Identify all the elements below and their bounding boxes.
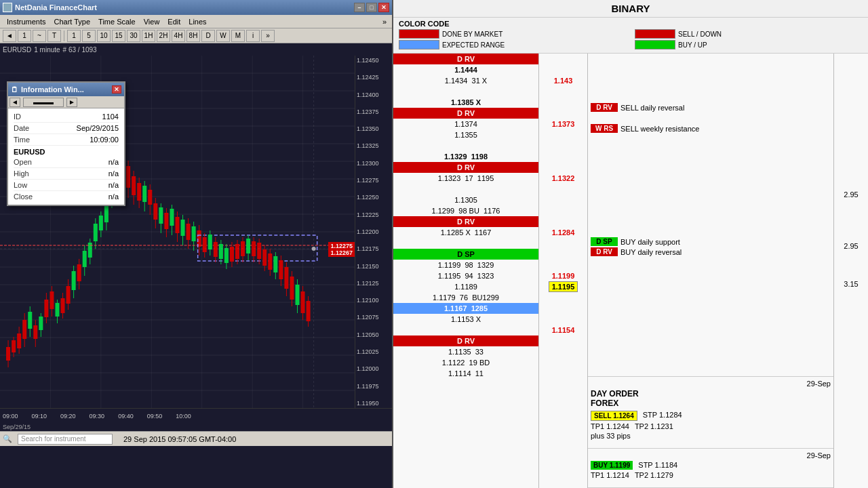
- price-right-1322: 1.1322: [549, 173, 578, 184]
- toolbar-15-btn[interactable]: 15: [112, 30, 125, 42]
- svg-rect-130: [284, 267, 288, 289]
- info-row-time: Time 10:09:00: [14, 134, 119, 146]
- time-bar: 09:00 09:10 09:20 09:30 09:40 09:50 10:0…: [0, 408, 392, 423]
- svg-rect-28: [12, 340, 16, 352]
- sig-spacer-3: [588, 75, 833, 86]
- price-empty-17: [561, 357, 566, 368]
- svg-rect-112: [235, 244, 239, 259]
- toolbar-back-btn[interactable]: ◄: [3, 30, 16, 42]
- svg-rect-46: [61, 298, 65, 313]
- price-1285: 1.1285 X 1167: [393, 227, 538, 238]
- toolbar-10-btn[interactable]: 10: [97, 30, 111, 42]
- extra-val-1: 2.95: [834, 189, 868, 200]
- toolbar-30-btn[interactable]: 30: [127, 30, 140, 42]
- toolbar-4h-btn[interactable]: 4H: [172, 30, 185, 42]
- info-nav-scroll[interactable]: ▬▬▬: [23, 98, 64, 107]
- menu-chart-type[interactable]: Chart Type: [50, 17, 94, 26]
- svg-rect-138: [307, 301, 311, 321]
- menu-expand[interactable]: »: [380, 18, 389, 26]
- color-box-sell: [635, 29, 675, 39]
- price-1305: 1.1305: [393, 195, 538, 205]
- toolbar-1h-btn[interactable]: 1H: [142, 30, 155, 42]
- toolbar-1-btn[interactable]: 1: [67, 30, 81, 42]
- extra-spacer-3: [834, 251, 868, 279]
- dsp-row-1: D SP: [393, 249, 538, 260]
- price-1323: 1.1323 17 1195: [393, 173, 538, 184]
- toolbar-m-btn[interactable]: M: [231, 30, 245, 42]
- info-window-nav: ◄ ▬▬▬ ►: [8, 96, 124, 108]
- main-container: NetDania FinanceChart – □ ✕ Instruments …: [0, 0, 868, 488]
- info-nav-prev[interactable]: ◄: [9, 98, 20, 107]
- svg-rect-134: [295, 285, 299, 305]
- toolbar-2h-btn[interactable]: 2H: [157, 30, 170, 42]
- sig-spacer-14: [588, 204, 833, 215]
- toolbar-d-btn[interactable]: D: [201, 30, 215, 42]
- svg-rect-124: [268, 253, 272, 270]
- price-1374: 1.1374: [393, 119, 538, 129]
- maximize-button[interactable]: □: [366, 3, 377, 12]
- price-level: 1.12100: [357, 297, 391, 304]
- menu-lines[interactable]: Lines: [184, 17, 210, 26]
- price-level: 1.12300: [357, 160, 391, 167]
- price-spacer-2: [561, 140, 566, 151]
- drv-row-3: D RV: [393, 162, 538, 173]
- svg-rect-50: [72, 271, 76, 290]
- toolbar-expand-btn[interactable]: »: [261, 30, 275, 42]
- price-level: 1.12050: [357, 331, 391, 338]
- price-spacer-5: [561, 336, 566, 346]
- close-button[interactable]: ✕: [378, 3, 389, 12]
- extra-spacer: [834, 54, 868, 189]
- svg-rect-38: [39, 317, 43, 330]
- info-icon: 🗒: [11, 85, 18, 94]
- dsp-badge: D SP: [591, 237, 618, 246]
- price-right-143: 1.143: [551, 75, 576, 86]
- toolbar-candle-btn[interactable]: ~: [33, 30, 46, 42]
- time-label-0940: 09:40: [118, 413, 134, 420]
- info-nav-next[interactable]: ►: [66, 98, 77, 107]
- extra-val-2: 2.95: [834, 241, 868, 251]
- search-input[interactable]: Search for instrument: [18, 434, 113, 445]
- sig-dsp-buy: D SP BUY daily support: [588, 237, 833, 247]
- toolbar-5-btn[interactable]: 5: [82, 30, 96, 42]
- price-1179: 1.1179 76 BU1299: [393, 292, 538, 303]
- extra-spacer-2: [834, 200, 868, 241]
- svg-rect-136: [301, 291, 305, 313]
- time-label-0910: 09:10: [32, 413, 47, 420]
- info-row-open: Open n/a: [14, 157, 119, 168]
- svg-rect-56: [88, 243, 92, 258]
- sig-spacer-22: [588, 311, 833, 322]
- toolbar-i-btn[interactable]: i: [246, 30, 260, 42]
- sig-spacer-21: [588, 300, 833, 311]
- toolbar-text-btn[interactable]: T: [47, 30, 61, 42]
- svg-rect-80: [153, 203, 157, 220]
- menu-time-scale[interactable]: Time Scale: [94, 17, 140, 26]
- time-label-0920: 09:20: [60, 413, 76, 420]
- time-label-0900: 09:00: [3, 413, 18, 420]
- svg-rect-90: [181, 220, 185, 236]
- toolbar-8h-btn[interactable]: 8H: [186, 30, 200, 42]
- sig-drv-buy: D RV BUY daily reversal: [588, 247, 833, 257]
- sig-spacer-7: [588, 134, 833, 144]
- menu-view[interactable]: View: [140, 17, 164, 26]
- svg-rect-54: [83, 251, 87, 267]
- drv-row-4: D RV: [393, 216, 538, 227]
- menu-bar: Instruments Chart Type Time Scale View E…: [0, 15, 392, 28]
- order-section-2: 29-Sep BUY 1.1199 STP 1.1184 TP1 1.1214 …: [588, 448, 833, 482]
- tp2-label-1: TP2 1.1231: [635, 422, 673, 430]
- price-1122: 1.1122 19 BD: [393, 357, 538, 368]
- menu-instruments[interactable]: Instruments: [3, 17, 50, 26]
- buy-daily-reversal-label: BUY daily reversal: [620, 248, 682, 256]
- price-1385: 1.1385 X: [393, 97, 538, 108]
- toolbar-w-btn[interactable]: W: [216, 30, 230, 42]
- sig-drv-sell: D RV SELL daily reversal: [588, 102, 833, 113]
- minimize-button[interactable]: –: [354, 3, 365, 12]
- info-window-close-button[interactable]: ✕: [112, 85, 121, 94]
- main-data-area: D RV 1.1444 1.1434 31 X 1.1385 X D RV 1.…: [393, 54, 868, 488]
- svg-rect-32: [22, 320, 26, 339]
- toolbar-1min-btn[interactable]: 1: [18, 30, 31, 42]
- app-icon: [3, 3, 12, 12]
- price-1434: 1.1434 31 X: [393, 75, 538, 86]
- menu-edit[interactable]: Edit: [163, 17, 184, 26]
- sig-spacer-19: [588, 279, 833, 289]
- color-item-expected: EXPECTED RANGE: [399, 40, 627, 49]
